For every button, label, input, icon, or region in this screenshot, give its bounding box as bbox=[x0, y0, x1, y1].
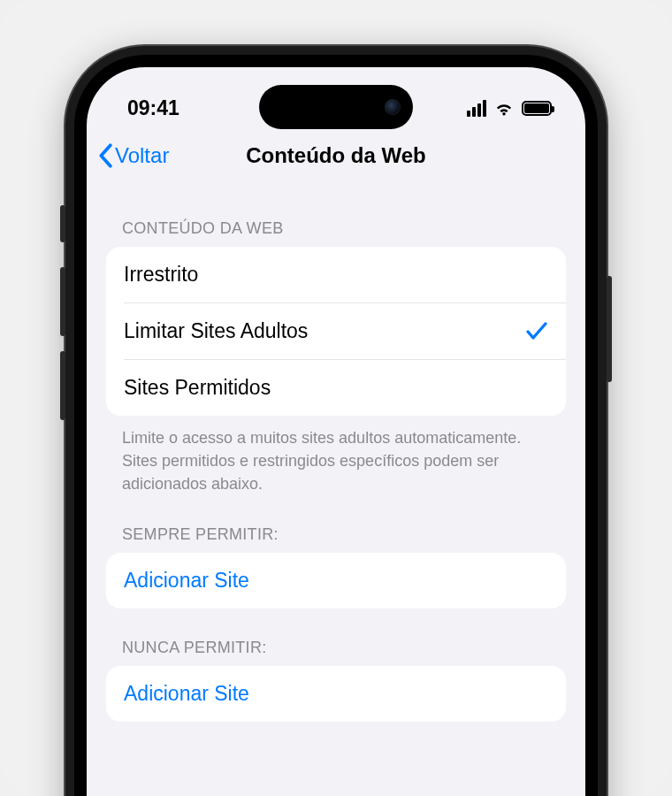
never-allow-group: Adicionar Site bbox=[106, 666, 566, 722]
section-footer-web: Limite o acesso a muitos sites adultos a… bbox=[106, 416, 566, 495]
add-site-allow-button[interactable]: Adicionar Site bbox=[106, 553, 566, 608]
option-allowed-only[interactable]: Sites Permitidos bbox=[124, 359, 566, 416]
option-label: Irrestrito bbox=[124, 263, 198, 287]
front-camera-icon bbox=[385, 99, 401, 115]
cellular-icon bbox=[467, 100, 486, 117]
section-header-web: CONTEÚDO DA WEB bbox=[106, 198, 566, 247]
section-header-never: NUNCA PERMITIR: bbox=[106, 608, 566, 666]
volume-down-button bbox=[60, 351, 65, 420]
status-time: 09:41 bbox=[127, 96, 179, 120]
option-limit-adult[interactable]: Limitar Sites Adultos bbox=[124, 302, 566, 359]
mute-switch bbox=[60, 205, 65, 242]
dynamic-island bbox=[259, 85, 413, 129]
web-content-group: Irrestrito Limitar Sites Adultos Sites P… bbox=[106, 247, 566, 416]
option-label: Limitar Sites Adultos bbox=[124, 319, 308, 343]
nav-bar: Voltar Conteúdo da Web bbox=[87, 129, 585, 182]
option-label: Sites Permitidos bbox=[124, 376, 271, 400]
battery-icon bbox=[522, 101, 552, 116]
volume-up-button bbox=[60, 267, 65, 336]
option-unrestricted[interactable]: Irrestrito bbox=[106, 247, 566, 302]
section-header-allow: SEMPRE PERMITIR: bbox=[106, 495, 566, 553]
add-site-label: Adicionar Site bbox=[124, 682, 249, 706]
chevron-left-icon bbox=[97, 143, 113, 168]
back-button[interactable]: Voltar bbox=[97, 143, 169, 168]
add-site-label: Adicionar Site bbox=[124, 569, 249, 593]
screen: 09:41 bbox=[87, 67, 585, 796]
wifi-icon bbox=[493, 100, 515, 116]
checkmark-icon bbox=[525, 321, 548, 342]
power-button bbox=[607, 276, 612, 382]
back-label: Voltar bbox=[115, 143, 169, 168]
page-title: Conteúdo da Web bbox=[246, 143, 426, 168]
always-allow-group: Adicionar Site bbox=[106, 553, 566, 608]
add-site-never-button[interactable]: Adicionar Site bbox=[106, 666, 566, 722]
device-frame: 09:41 bbox=[65, 46, 607, 796]
